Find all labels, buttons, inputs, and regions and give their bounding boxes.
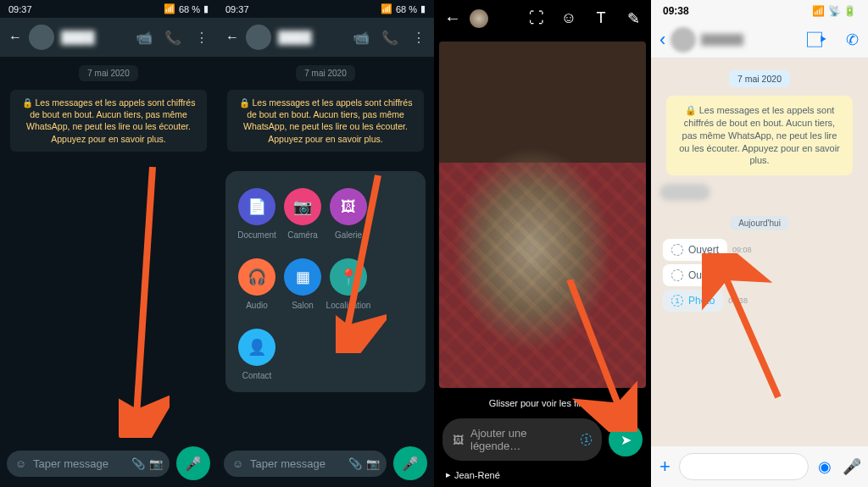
mic-icon: 🎤 (402, 456, 419, 472)
panel-4-ios-chat: 09:38 📶 📡 🔋 ‹ ⃞▸ ✆ 7 mai 2020 🔒 Les mess… (651, 0, 868, 487)
attach-audio[interactable]: 🎧Audio (234, 258, 280, 310)
more-icon[interactable]: ⋮ (412, 30, 426, 46)
caption-row: 🖼 Ajouter une légende… ➤ (434, 410, 651, 469)
sent-row[interactable]: Ouvert 09:23 (663, 264, 856, 286)
document-icon: 📄 (238, 188, 275, 225)
chat-header[interactable]: ← ████ 📹 📞 ⋮ (0, 18, 217, 57)
message-input[interactable]: ☺ Taper message 📎 📷 (7, 451, 170, 477)
attach-icon[interactable]: 📎 (349, 457, 360, 470)
status-time: 09:37 (225, 4, 249, 14)
mic-button[interactable]: 🎤 (393, 446, 427, 480)
status-bar: 09:37 📶 68 % ▮ (217, 0, 434, 18)
message-input[interactable] (679, 453, 809, 480)
message-input-row: ☺ Taper message 📎 📷 🎤 (217, 440, 434, 487)
crop-icon[interactable]: ⛶ (529, 9, 544, 28)
selected-image-preview[interactable] (439, 42, 646, 388)
encryption-notice[interactable]: 🔒 Les messages et les appels sont chiffr… (666, 96, 853, 175)
chat-messages: 7 mai 2020 🔒 Les messages et les appels … (651, 58, 868, 446)
message-input-row: + ◉ 🎤 (651, 446, 868, 487)
attach-document[interactable]: 📄Document (234, 188, 280, 240)
back-icon[interactable]: ← (444, 8, 461, 28)
message-input[interactable]: ☺ Taper message 📎 📷 (224, 451, 387, 477)
status-icons: 📶 📡 🔋 (812, 5, 856, 17)
voice-call-icon[interactable]: ✆ (844, 30, 860, 49)
chat-messages: 7 mai 2020 🔒 Les messages et les appels … (0, 57, 217, 440)
text-icon[interactable]: T (593, 9, 609, 28)
battery-icon: ▮ (203, 3, 209, 14)
contact-icon: 👤 (238, 329, 275, 366)
sent-bubble: Ouvert (663, 239, 727, 261)
status-time: 09:38 (663, 5, 689, 17)
caption-input[interactable]: 🖼 Ajouter une légende… (442, 418, 602, 461)
video-call-icon[interactable]: ⃞▸ (815, 30, 831, 49)
sent-bubble: Ouvert (663, 264, 727, 286)
add-button[interactable]: + (659, 456, 670, 478)
contact-name[interactable]: ████ (278, 30, 348, 44)
send-button[interactable]: ➤ (609, 423, 643, 457)
voice-call-icon[interactable]: 📞 (383, 30, 397, 46)
attach-label: Localisation (326, 301, 371, 310)
emoji-icon[interactable]: ☺ (15, 457, 26, 470)
audio-icon: 🎧 (238, 258, 275, 296)
contact-name[interactable]: ████ (61, 30, 131, 44)
signal-icon: 📶 (164, 3, 175, 14)
battery-text: 68 % (179, 4, 200, 14)
status-bar: 09:37 📶 68 % ▮ (0, 0, 217, 18)
back-icon[interactable]: ← (225, 30, 239, 45)
thumbnail[interactable] (470, 9, 488, 28)
filter-hint: Glisser pour voir les filtres (434, 393, 651, 410)
attach-contact[interactable]: 👤Contact (234, 329, 280, 380)
sent-label: Photo (688, 295, 715, 307)
view-once-icon[interactable] (581, 434, 592, 445)
status-icons: 📶 68 % ▮ (164, 3, 209, 14)
input-placeholder: Taper message (250, 457, 326, 470)
chat-header[interactable]: ← ████ 📹 📞 ⋮ (217, 18, 434, 57)
back-icon[interactable]: ‹ (659, 29, 665, 51)
camera-icon: 📷 (284, 188, 321, 225)
emoji-icon[interactable]: ☺ (232, 457, 243, 470)
video-call-icon[interactable]: 📹 (137, 30, 151, 46)
attach-label: Audio (246, 301, 268, 310)
gallery-icon[interactable]: 🖼 (453, 434, 464, 446)
attach-camera[interactable]: 📷Caméra (280, 188, 326, 240)
recipient-chip[interactable]: ▸ Jean-René (434, 469, 651, 487)
view-once-opened-icon (671, 244, 683, 256)
more-icon[interactable]: ⋮ (195, 30, 209, 46)
camera-icon[interactable]: 📷 (150, 457, 161, 470)
attach-icon[interactable]: 📎 (132, 457, 143, 470)
mic-button[interactable]: 🎤 (176, 446, 210, 480)
encryption-notice[interactable]: 🔒 Les messages et les appels sont chiffr… (227, 90, 424, 152)
chat-messages: 7 mai 2020 🔒 Les messages et les appels … (217, 57, 434, 440)
mic-icon: 🎤 (185, 456, 202, 472)
date-chip: 7 mai 2020 (296, 65, 354, 81)
attachment-sheet: 📄Document 📷Caméra 🖼Galerie 🎧Audio ▦Salon… (225, 171, 426, 392)
sent-time: 09:23 (732, 271, 752, 279)
camera-icon[interactable]: ◉ (817, 457, 832, 476)
encryption-notice[interactable]: 🔒 Les messages et les appels sont chiffr… (10, 90, 207, 152)
chat-header[interactable]: ‹ ⃞▸ ✆ (651, 22, 868, 58)
room-icon: ▦ (284, 258, 321, 296)
mic-icon[interactable]: 🎤 (844, 457, 860, 476)
attach-room[interactable]: ▦Salon (280, 258, 326, 310)
camera-icon[interactable]: 📷 (367, 457, 378, 470)
attach-label: Contact (242, 371, 271, 380)
sent-row[interactable]: Photo 09:38 (663, 290, 856, 312)
location-icon: 📍 (330, 258, 367, 296)
attach-gallery[interactable]: 🖼Galerie (326, 188, 371, 240)
voice-call-icon[interactable]: 📞 (166, 30, 180, 46)
redacted-message (659, 184, 710, 201)
sent-time: 09:38 (728, 296, 748, 305)
attach-label: Galerie (335, 230, 362, 240)
sent-row[interactable]: Ouvert 09:08 (663, 239, 856, 261)
contact-name[interactable] (701, 34, 743, 46)
emoji-icon[interactable]: ☺ (561, 9, 576, 28)
draw-icon[interactable]: ✎ (626, 9, 641, 28)
video-call-icon[interactable]: 📹 (354, 30, 368, 46)
sent-bubble-photo: Photo (663, 290, 723, 312)
avatar[interactable] (29, 25, 54, 50)
attach-location[interactable]: 📍Localisation (326, 258, 371, 310)
back-icon[interactable]: ← (8, 30, 22, 45)
sent-label: Ouvert (688, 244, 719, 256)
avatar[interactable] (246, 25, 271, 50)
avatar[interactable] (670, 27, 696, 53)
